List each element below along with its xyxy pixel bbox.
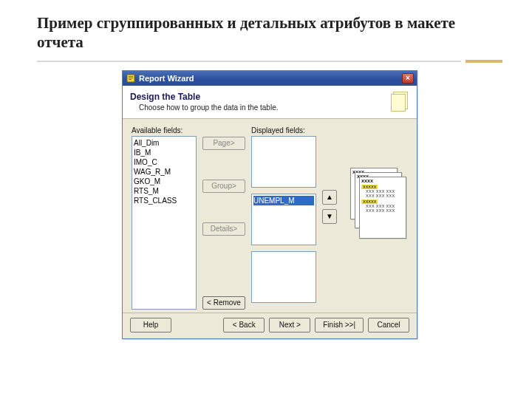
wizard-step-subtitle: Choose how to group the data in the tabl…	[130, 103, 278, 112]
available-fields-label: Available fields:	[132, 126, 197, 134]
available-fields-list[interactable]: All_DimIB_MIMO_CWAG_R_MGKO_MRTS_MRTS_CLA…	[132, 136, 197, 310]
remove-button[interactable]: < Remove	[202, 296, 245, 310]
back-button[interactable]: < Back	[223, 318, 265, 332]
cancel-button[interactable]: Cancel	[368, 318, 409, 332]
list-item[interactable]: IMO_C	[134, 157, 194, 167]
list-item[interactable]: All_Dim	[134, 138, 194, 148]
header-note-icon	[389, 92, 409, 112]
app-icon	[126, 73, 136, 83]
group-fields-list[interactable]: UNEMPL_M	[251, 194, 316, 245]
close-button[interactable]: ×	[402, 73, 414, 83]
preview-detail-line: XXX XXX XXX	[366, 194, 404, 198]
wizard-step-title: Design the Table	[130, 92, 278, 102]
window-title: Report Wizard	[139, 74, 402, 83]
preview-sheet: XXXX XXXXX XXX XXX XXX XXX XXX XXX XXXXX…	[359, 177, 406, 239]
page-button[interactable]: Page>	[202, 137, 245, 150]
finish-button[interactable]: Finish >>|	[315, 318, 364, 332]
list-item[interactable]: IB_M	[134, 148, 194, 157]
wizard-footer: Help < Back Next > Finish >>| Cancel	[123, 313, 417, 338]
next-button[interactable]: Next >	[269, 318, 310, 332]
list-item[interactable]: RTS_CLASS	[134, 196, 194, 205]
preview-detail-line: XXX XXX XXX	[366, 208, 404, 213]
page-fields-list[interactable]	[251, 136, 316, 188]
list-item[interactable]: RTS_M	[134, 186, 194, 196]
group-button[interactable]: Group>	[202, 180, 245, 193]
preview-header: XXXX	[361, 179, 404, 183]
close-icon: ×	[406, 75, 410, 82]
title-divider	[37, 60, 502, 63]
help-button[interactable]: Help	[130, 318, 171, 332]
displayed-fields-label: Displayed fields:	[251, 126, 316, 134]
move-up-button[interactable]: ▲	[322, 190, 337, 205]
slide-title: Пример сгруппированных и детальных атриб…	[37, 13, 502, 52]
svg-rect-1	[129, 76, 133, 77]
list-item[interactable]: UNEMPL_M	[253, 196, 314, 205]
titlebar: Report Wizard ×	[123, 71, 417, 86]
report-wizard-window: Report Wizard × Design the Table Choose …	[122, 70, 417, 339]
details-fields-list[interactable]	[251, 251, 316, 303]
preview-group-highlight: XXXXX	[361, 200, 378, 204]
wizard-header: Design the Table Choose how to group the…	[123, 86, 417, 119]
preview-group-highlight: XXXXX	[361, 185, 378, 189]
svg-rect-3	[129, 79, 132, 80]
list-item[interactable]: WAG_R_M	[134, 167, 194, 177]
move-down-button[interactable]: ▼	[322, 209, 337, 224]
report-preview: XXXX XXXX XXXX XXXXX XXX XXX XXX XXX XXX…	[350, 168, 408, 242]
details-button[interactable]: Details>	[202, 222, 245, 236]
list-item[interactable]: GKO_M	[134, 177, 194, 186]
svg-rect-2	[129, 78, 133, 78]
